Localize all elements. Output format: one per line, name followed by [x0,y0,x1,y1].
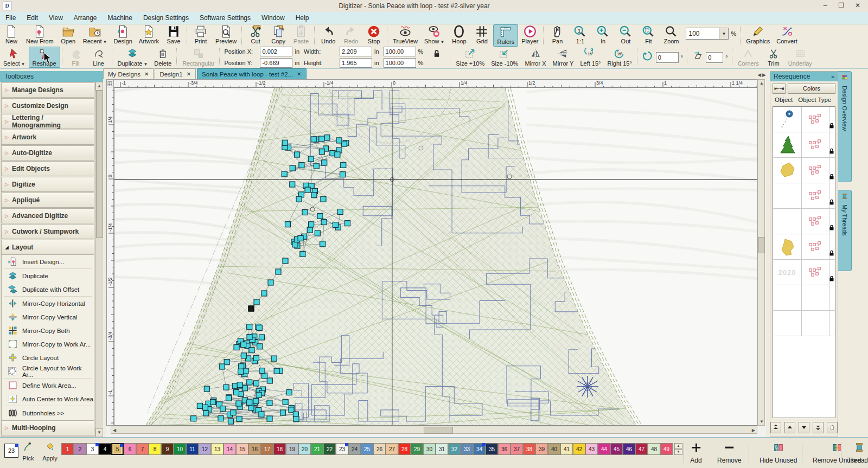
layout-item-mirror-copy-to-work-ar-[interactable]: Mirror-Copy to Work Ar... [2,337,94,351]
spin-up-icon[interactable]: ▲ [674,443,682,449]
panel-collapse-icon[interactable]: » [831,73,834,80]
tab-design1[interactable]: Design1✕ [155,68,196,79]
color-swatch-41[interactable]: 41 [560,443,573,455]
move-down-button[interactable] [799,422,809,433]
toolbox-section-appliqu-[interactable]: ▷Appliqué [1,193,94,208]
color-swatch-12[interactable]: 12 [199,443,211,455]
color-swatch-39[interactable]: 39 [535,443,548,455]
apply-color-button[interactable]: Apply [39,441,61,461]
tab-sonia-peace-with-loop-test-2-[interactable]: Sonia Peace with loop - test #2...✕ [197,68,307,79]
select-button[interactable]: Select▼ [0,47,29,68]
minimize-button[interactable]: – [817,1,833,11]
lock-icon[interactable] [829,121,834,131]
scrollbar-thumb[interactable] [96,91,103,238]
color-swatch-49[interactable]: 49 [660,443,673,455]
color-swatch-3[interactable]: 3 [86,443,99,455]
resequence-row-6[interactable] [773,234,835,260]
pan-button[interactable]: Pan [546,24,569,47]
layout-item-insert-design-[interactable]: Insert Design... [2,255,94,268]
resequence-nav-button[interactable]: ⇤⇥ [773,84,786,94]
color-swatch-16[interactable]: 16 [248,443,261,455]
undo-button[interactable]: Undo [317,24,340,47]
color-swatch-28[interactable]: 28 [398,443,411,455]
convert-button[interactable]: Convert [773,24,801,47]
toolbox-section-layout[interactable]: ◢Layout [1,240,94,255]
hide-unused-button[interactable]: Hide Unused [760,441,797,464]
move-bottom-button[interactable] [813,422,824,433]
layout-item-circle-layout-to-work-ar-[interactable]: Circle Layout to Work Ar... [2,364,94,378]
scroll-down-icon[interactable]: ▼ [760,419,764,424]
resequence-row-1[interactable] [773,107,835,132]
color-swatch-24[interactable]: 24 [348,443,361,455]
color-swatch-38[interactable]: 38 [523,443,535,455]
layout-item-buttonholes-[interactable]: Buttonholes >> [2,406,94,420]
toolbox-section-cutwork-stumpwork[interactable]: ▷Cutwork / Stumpwork [1,224,94,239]
layout-item-duplicate[interactable]: Duplicate [2,269,94,283]
new-button[interactable]: New [0,24,23,47]
horizontal-scrollbar[interactable]: ◀ ▶ [111,426,757,434]
rotate-angle-input[interactable]: 0 [656,52,679,63]
toolbox-section-multi-hooping[interactable]: ▷Multi-Hooping [1,420,94,435]
color-swatch-10[interactable]: 10 [174,443,186,455]
trueview-button[interactable]: TrueView [390,24,421,47]
color-swatch-11[interactable]: 11 [186,443,199,455]
color-swatch-21[interactable]: 21 [311,443,323,455]
position-y--input[interactable]: -0.669 [260,58,292,68]
design-button[interactable]: Design [111,24,136,47]
menu-edit[interactable]: Edit [21,13,43,23]
close-icon[interactable]: ✕ [187,71,191,77]
save-button[interactable]: Save [162,24,185,47]
color-swatch-30[interactable]: 30 [423,443,436,455]
size-10--button[interactable]: Size +10% [452,47,488,68]
design-viewport[interactable] [114,87,757,426]
resequence-row-7[interactable]: 2020 [773,260,835,285]
color-swatch-31[interactable]: 31 [436,443,448,455]
color-swatch-44[interactable]: 44 [598,443,610,455]
lock-proportions-button[interactable] [425,47,448,68]
delete-object-button[interactable] [827,422,838,433]
layout-item-auto-center-to-work-area[interactable]: Auto Center to Work Area [2,392,94,406]
color-swatch-47[interactable]: 47 [635,443,648,455]
toolbox-section-edit-objects[interactable]: ▷Edit Objects [1,161,94,176]
zoom-button[interactable]: Zoom [660,24,682,47]
mirror-x-button[interactable]: Mirror X [521,47,549,68]
lock-icon[interactable] [829,146,834,156]
graphics-button[interactable]: Graphics [743,24,773,47]
cut-button[interactable]: Cut [244,24,267,47]
tab-scroll-left-icon[interactable]: ◀ [757,72,761,78]
colors-button[interactable]: Colors [788,84,835,94]
lock-icon[interactable] [829,197,834,207]
scroll-down-icon[interactable]: ▼ [95,428,103,437]
grid-button[interactable]: Grid [470,24,493,47]
mirror-y-button[interactable]: Mirror Y [550,47,577,68]
color-swatch-17[interactable]: 17 [261,443,273,455]
threads-button[interactable]: Threads [847,441,868,464]
scroll-up-icon[interactable]: ▲ [760,81,764,86]
lock-icon[interactable] [829,172,834,182]
skew-angle-input[interactable]: 0 [706,52,723,63]
color-swatch-14[interactable]: 14 [224,443,236,455]
recent-button[interactable]: Recent▼ [80,24,111,47]
in-button[interactable]: In [591,24,614,47]
preview-button[interactable]: Preview [212,24,240,47]
scroll-right-icon[interactable]: ▶ [752,428,755,433]
layout-item-duplicate-with-offset[interactable]: Duplicate with Offset [2,283,94,296]
lock-icon[interactable] [829,248,834,258]
trim-button[interactable]: Trim [762,47,785,68]
width--input[interactable]: 2.209 [340,47,372,56]
color-swatch-29[interactable]: 29 [411,443,423,455]
lock-aspect-icon[interactable] [431,47,442,60]
tab-my-designs[interactable]: My Designs✕ [103,68,154,79]
color-swatch-40[interactable]: 40 [548,443,560,455]
panel-tab-design-overview[interactable]: Design Overview [838,71,852,182]
rulers-button[interactable]: Rulers [493,24,518,47]
lock-icon[interactable] [829,223,834,233]
color-swatch-23[interactable]: 23 [336,443,348,455]
right-15--button[interactable]: 15° Right 15° [604,47,635,68]
print-button[interactable]: Print [189,24,212,47]
line-button[interactable]: Line [87,47,110,68]
color-swatch-5[interactable]: 5 [111,443,124,455]
color-swatch-32[interactable]: 32 [448,443,461,455]
color-swatch-34[interactable]: 34 [473,443,486,455]
delete-button[interactable]: Delete [151,47,175,68]
